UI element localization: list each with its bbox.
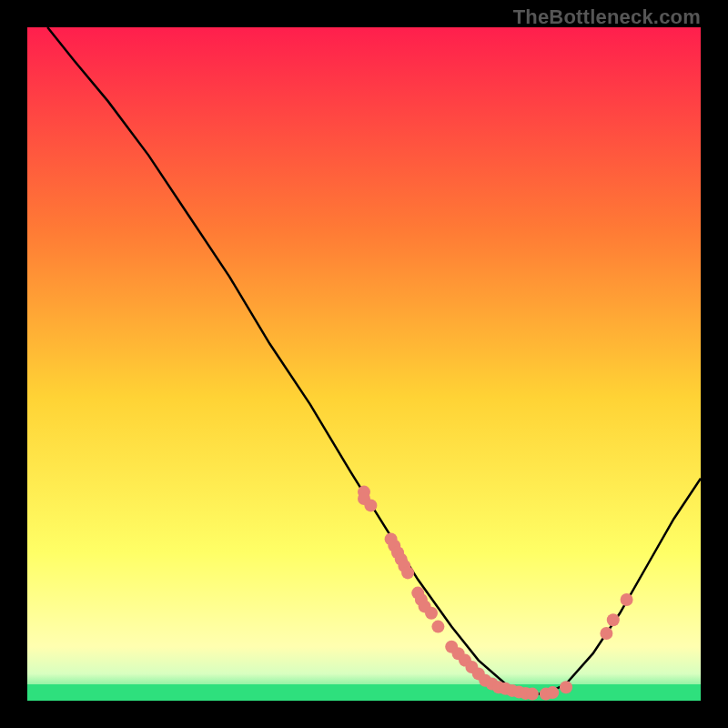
data-point	[431, 621, 444, 633]
data-point	[364, 499, 377, 511]
data-point	[607, 613, 620, 626]
bottleneck-chart	[27, 27, 701, 701]
chart-frame	[27, 27, 701, 701]
green-band	[27, 684, 701, 701]
data-point	[621, 593, 633, 606]
data-point	[560, 681, 572, 693]
watermark-text: TheBottleneck.com	[513, 5, 701, 29]
data-point	[425, 607, 438, 620]
data-point	[526, 688, 539, 701]
data-point	[600, 627, 612, 640]
data-point	[401, 566, 414, 579]
data-point	[546, 686, 559, 699]
